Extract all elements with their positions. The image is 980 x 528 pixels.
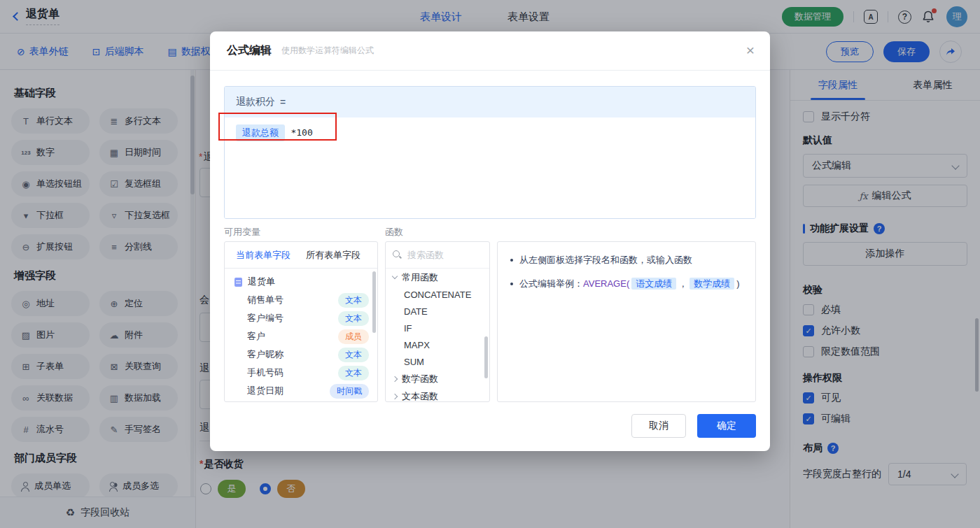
form-designer-app: 退货单 表单设计 表单设置 数据管理 A ? 理 ⊘表单外链⊡后端脚本▤数据权 xyxy=(0,0,980,528)
modal-footer: 取消 确定 xyxy=(631,414,756,438)
variable-field-name: 客户编号 xyxy=(247,312,338,324)
function-item[interactable]: MAPX xyxy=(386,336,489,353)
variable-field-row[interactable]: 退货日期时间戳 xyxy=(225,382,377,400)
functions-panel: 常用函数CONCATENATEDATEIFMAPXSUM数学函数文本函数 xyxy=(385,241,490,402)
help-tip-1: 从左侧面板选择字段名和函数，或输入函数 xyxy=(510,253,743,267)
form-node-label: 退货单 xyxy=(248,276,275,288)
function-group-collapsed[interactable]: 数学函数 xyxy=(386,370,489,387)
variable-field-row[interactable]: 客户昵称文本 xyxy=(225,345,377,364)
modal-title: 公式编辑 xyxy=(227,43,272,58)
tab-current-form-fields[interactable]: 当前表单字段 xyxy=(236,249,290,262)
function-item[interactable]: CONCATENATE xyxy=(386,286,489,303)
tab-all-form-fields[interactable]: 所有表单字段 xyxy=(306,249,360,262)
variable-field-row[interactable]: 客户编号文本 xyxy=(225,309,377,327)
form-tree-node[interactable]: 退货单 xyxy=(225,273,377,291)
formula-input-area[interactable]: 退款总额 *100 xyxy=(225,117,755,219)
modal-subtitle: 使用数学运算符编辑公式 xyxy=(281,45,374,57)
function-group-expanded[interactable]: 常用函数 xyxy=(386,269,489,286)
modal-header: 公式编辑 使用数学运算符编辑公式 xyxy=(210,31,770,71)
variable-field-name: 销售单号 xyxy=(247,294,338,306)
example-field-chip: 数学成绩 xyxy=(690,278,734,290)
function-group-name: 文本函数 xyxy=(402,390,438,403)
cancel-button[interactable]: 取消 xyxy=(631,414,686,438)
formula-edit-modal: 公式编辑 使用数学运算符编辑公式 × 退款积分 = 退款总额 *100 可用变量… xyxy=(210,31,770,451)
chevron-down-icon xyxy=(392,273,398,279)
functions-scrollbar-thumb[interactable] xyxy=(484,336,488,378)
function-search-input[interactable] xyxy=(407,250,477,260)
field-type-badge: 时间戳 xyxy=(330,384,369,399)
variables-label: 可用变量 xyxy=(224,226,260,238)
formula-editor: 退款积分 = 退款总额 *100 xyxy=(224,86,756,219)
field-type-badge: 文本 xyxy=(338,348,369,362)
formula-target-bar: 退款积分 = xyxy=(225,87,755,117)
variables-panel: 当前表单字段 所有表单字段 退货单 销售单号文本客户编号文本客户成员客户昵称文本… xyxy=(224,241,378,402)
variables-scrollbar-thumb[interactable] xyxy=(372,271,376,333)
equals-sign: = xyxy=(280,97,286,108)
field-type-badge: 成员 xyxy=(338,329,369,344)
variable-field-row[interactable]: 销售单号文本 xyxy=(225,291,377,309)
variable-field-name: 退货日期 xyxy=(247,385,330,397)
variables-tabs: 当前表单字段 所有表单字段 xyxy=(225,242,377,269)
variable-field-name: 客户昵称 xyxy=(247,348,338,361)
function-group-name: 数学函数 xyxy=(402,373,438,385)
form-doc-icon xyxy=(234,278,242,287)
chevron-right-icon xyxy=(392,393,398,399)
variable-field-row[interactable]: 手机号码文本 xyxy=(225,364,377,382)
formula-help-panel: 从左侧面板选择字段名和函数，或输入函数 公式编辑举例：AVERAGE(语文成绩，… xyxy=(497,241,756,402)
chevron-right-icon xyxy=(392,376,398,381)
function-item[interactable]: SUM xyxy=(386,353,489,370)
example-field-chip: 语文成绩 xyxy=(631,278,676,290)
variable-field-name: 客户 xyxy=(247,330,338,343)
example-function-name: AVERAGE( xyxy=(583,278,629,289)
variable-field-name: 手机号码 xyxy=(247,366,338,379)
field-type-badge: 文本 xyxy=(338,293,369,308)
formula-field-chip[interactable]: 退款总额 xyxy=(236,124,285,141)
function-item[interactable]: DATE xyxy=(386,303,489,320)
confirm-button[interactable]: 确定 xyxy=(697,414,756,438)
bullet-icon xyxy=(510,259,513,262)
formula-target-field: 退款积分 xyxy=(236,96,275,108)
functions-label: 函数 xyxy=(385,226,403,238)
help-tip-2: 公式编辑举例：AVERAGE(语文成绩，数学成绩) xyxy=(510,277,743,291)
field-type-badge: 文本 xyxy=(338,366,369,380)
function-item[interactable]: IF xyxy=(386,320,489,336)
bullet-icon xyxy=(510,283,513,285)
field-type-badge: 文本 xyxy=(338,311,369,326)
close-icon[interactable]: × xyxy=(746,43,755,57)
function-search-row xyxy=(386,242,489,269)
variable-field-row[interactable]: 客户成员 xyxy=(225,327,377,345)
search-icon xyxy=(393,250,402,259)
formula-expression: *100 xyxy=(290,127,312,138)
function-group-collapsed[interactable]: 文本函数 xyxy=(386,387,489,402)
function-group-name: 常用函数 xyxy=(402,271,438,284)
